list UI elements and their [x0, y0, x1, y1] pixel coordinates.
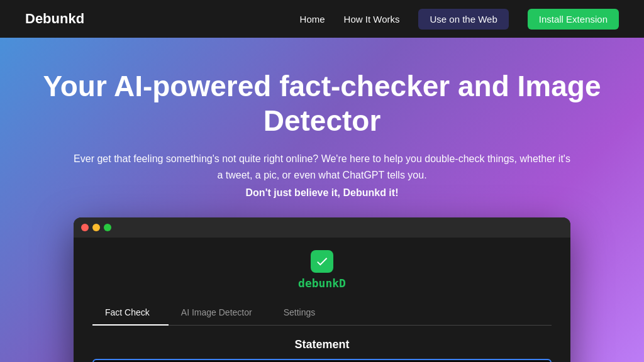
app-header: debunkD [92, 250, 552, 290]
hero-title: Your AI-powered fact-checker and Image D… [39, 69, 605, 138]
nav-link-how-it-works[interactable]: How It Works [344, 14, 400, 25]
nav-logo: Debunkd [25, 11, 84, 27]
tab-settings[interactable]: Settings [271, 302, 335, 325]
navbar: Debunkd Home How It Works Use on the Web… [0, 0, 644, 38]
titlebar-dot-yellow [92, 224, 100, 231]
statement-input[interactable] [92, 359, 552, 362]
nav-links: Home How It Works Use on the Web Install… [300, 9, 619, 30]
app-logo-text: debunkD [298, 277, 346, 290]
window-titlebar [74, 217, 570, 238]
app-preview: debunkD Fact Check AI Image Detector Set… [74, 217, 570, 362]
check-icon [315, 255, 329, 268]
install-extension-button[interactable]: Install Extension [528, 9, 619, 30]
app-tabs: Fact Check AI Image Detector Settings [92, 302, 552, 326]
app-logo-icon [311, 250, 333, 273]
hero-tagline: Don't just believe it, Debunkd it! [246, 187, 399, 199]
use-on-web-button[interactable]: Use on the Web [418, 9, 508, 30]
tab-fact-check[interactable]: Fact Check [92, 302, 169, 325]
window-content: debunkD Fact Check AI Image Detector Set… [74, 238, 570, 362]
tab-ai-image-detector[interactable]: AI Image Detector [169, 302, 271, 325]
titlebar-dot-red [81, 224, 89, 231]
titlebar-dot-green [104, 224, 111, 231]
nav-link-home[interactable]: Home [300, 14, 325, 25]
hero-section: Your AI-powered fact-checker and Image D… [0, 38, 644, 362]
hero-subtitle: Ever get that feeling something's not qu… [70, 151, 574, 183]
statement-label: Statement [92, 338, 552, 351]
